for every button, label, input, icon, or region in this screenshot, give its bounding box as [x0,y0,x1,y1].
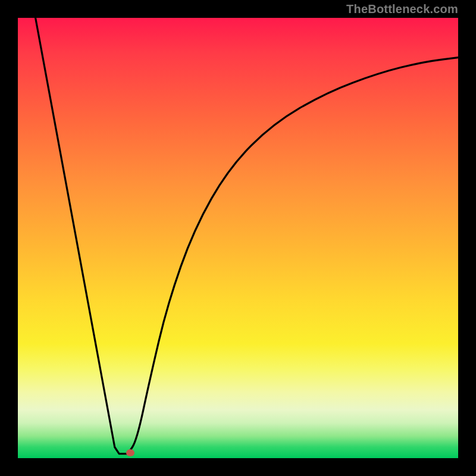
bottleneck-curve [18,18,458,458]
chart-frame: TheBottleneck.com [0,0,476,476]
curve-path [36,18,458,454]
plot-area [18,18,458,458]
optimal-point-marker [126,449,134,456]
watermark-text: TheBottleneck.com [346,2,458,16]
